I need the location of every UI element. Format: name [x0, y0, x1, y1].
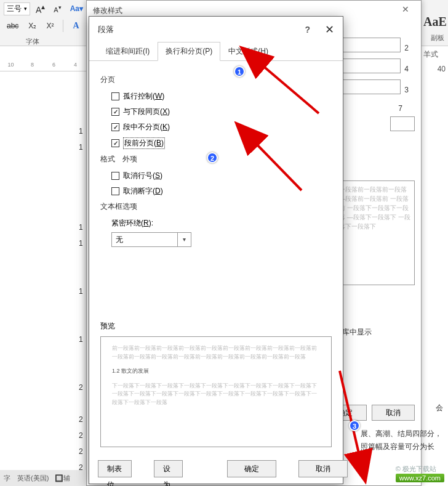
- styles-group-label: 羊式: [423, 49, 438, 60]
- text-sku: 式库中显示: [335, 325, 415, 339]
- callout-badge-3: 3: [349, 420, 360, 431]
- checkbox-icon: [111, 139, 119, 147]
- num-40: 40: [438, 65, 446, 73]
- combo-3[interactable]: [335, 79, 401, 94]
- superscript-button[interactable]: X²: [43, 20, 57, 32]
- checkbox-icon: [111, 108, 119, 116]
- close-icon[interactable]: ✕: [396, 4, 415, 17]
- tab-asian[interactable]: 中文版式(H): [220, 42, 276, 61]
- ok-button[interactable]: 确定: [227, 460, 276, 477]
- preview-box: 前一段落前一段落前一段落前一段落前一段落前一段落前一段落前一段落前一段落前一段落…: [100, 336, 332, 447]
- font-size-value: 三号: [7, 4, 22, 14]
- tab-line-page-breaks[interactable]: 换行和分页(P): [158, 42, 220, 61]
- document-body-text: 展、高潮、结局四部分， 照篇幅及容量可分为长: [361, 427, 442, 453]
- paragraph-title: 段落: [98, 24, 114, 35]
- checkbox-icon: [111, 172, 119, 180]
- cancel-button[interactable]: 取消: [298, 460, 348, 477]
- paragraph-dialog: 段落 ? ✕ 缩进和间距(I) 换行和分页(P) 中文版式(H) 分页 孤行控制…: [89, 16, 343, 484]
- tabstrip: 缩进和间距(I) 换行和分页(P) 中文版式(H): [89, 43, 343, 61]
- left-margin-numbers: 1111112222222: [79, 123, 83, 486]
- callout-badge-1: 1: [234, 66, 245, 77]
- combo-1[interactable]: [335, 38, 401, 52]
- checkbox-dont-hyphenate[interactable]: 取消断字(D): [111, 186, 332, 196]
- close-icon[interactable]: ✕: [325, 23, 334, 36]
- strikethrough-button[interactable]: abc: [4, 20, 22, 32]
- checkbox-icon: [111, 187, 119, 195]
- status-bar: 字 英语(美国) 🔲辅: [0, 470, 86, 486]
- clear-format-button[interactable]: Aa▾: [67, 2, 86, 15]
- subscript-button[interactable]: X₂: [25, 20, 39, 32]
- preview-dark: 1.2 散文的发展: [112, 367, 320, 376]
- tab-indent-spacing[interactable]: 缩进和间距(I): [98, 42, 158, 61]
- ribbon-group-font: 字体: [25, 36, 41, 47]
- watermark-top: © 极光下载站: [396, 464, 444, 474]
- combo-2[interactable]: [335, 59, 401, 73]
- style-gallery-sample[interactable]: AaE: [423, 15, 448, 29]
- checkbox-keep-lines-together[interactable]: 段中不分页(K): [111, 122, 332, 132]
- checkbox-icon: [111, 92, 119, 100]
- tight-wrap-value: 无: [112, 233, 177, 246]
- watermark: © 极光下载站 www.xz7.com: [396, 464, 444, 482]
- style-gallery-sub: 副板: [431, 33, 444, 43]
- font-outline-button[interactable]: A: [70, 19, 82, 33]
- modify-preview-box: 一段落前一段落前一段落 —段落前一段落前 一段落前 一段落下一段落下一段落 —段…: [335, 180, 415, 285]
- status-assist[interactable]: 🔲辅: [55, 474, 70, 483]
- increase-font-button[interactable]: A▴: [33, 1, 48, 17]
- font-size-combo[interactable]: 三号 ▾: [4, 2, 30, 15]
- preview-light-1: 前一段落前一段落前一段落前一段落前一段落前一段落前一段落前一段落前一段落前一段落…: [112, 344, 320, 361]
- preview-light-2: 下一段落下一段落下一段落下一段落下一段落下一段落下一段落下一段落下一段落下一段落…: [112, 382, 320, 407]
- decrease-font-button[interactable]: A▾: [50, 2, 64, 15]
- callout-badge-2: 2: [207, 152, 218, 163]
- preview-label: 预览: [100, 321, 332, 331]
- modify-style-title: 修改样式: [93, 6, 122, 16]
- checkbox-page-break-before[interactable]: 段前分页(B): [111, 137, 332, 149]
- status-language[interactable]: 字 英语(美国): [4, 474, 49, 483]
- label-tight-wrap: 紧密环绕(R):: [111, 218, 332, 229]
- help-icon[interactable]: ?: [305, 25, 310, 34]
- checkbox-icon: [111, 123, 119, 131]
- watermark-bottom: www.xz7.com: [396, 474, 444, 482]
- tight-wrap-select[interactable]: 无 ▾: [111, 232, 191, 247]
- tabs-button[interactable]: 制表位(T)...: [98, 460, 132, 477]
- text-chu: 出: [335, 298, 415, 312]
- ruler: 10864: [0, 62, 86, 71]
- section-textbox-options: 文本框选项: [100, 201, 332, 212]
- modify-cancel-button[interactable]: 取消: [372, 405, 415, 421]
- checkbox-widow-control[interactable]: 孤行控制(W): [111, 91, 332, 102]
- paragraph-titlebar: 段落 ? ✕: [89, 17, 343, 43]
- chevron-down-icon: ▾: [177, 233, 191, 246]
- combo-small[interactable]: [390, 116, 415, 131]
- set-default-button[interactable]: 设为默认值(D): [154, 460, 183, 477]
- hui-char: 会: [436, 403, 443, 413]
- checkbox-suppress-line-numbers[interactable]: 取消行号(S): [111, 171, 332, 181]
- checkbox-keep-with-next[interactable]: 与下段同页(X): [111, 107, 332, 117]
- section-pagination: 分页: [100, 75, 332, 85]
